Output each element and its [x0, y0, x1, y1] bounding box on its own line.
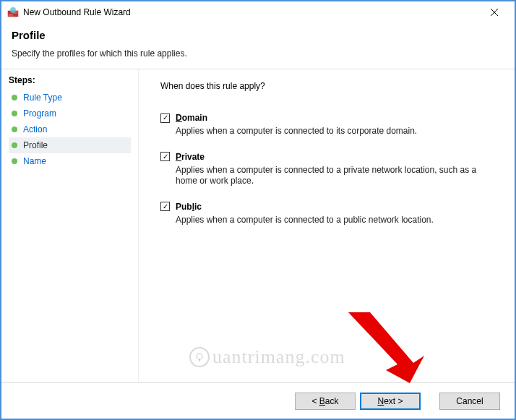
step-bullet-icon [12, 142, 17, 148]
option-private: Private Applies when a computer is conne… [160, 152, 493, 187]
step-label: Rule Type [23, 93, 62, 103]
main-panel: When does this rule apply? Domain Applie… [139, 69, 515, 382]
option-desc: Applies when a computer is connected to … [176, 215, 486, 226]
titlebar: New Outbound Rule Wizard [1, 1, 515, 23]
firewall-icon [7, 7, 19, 18]
step-bullet-icon [12, 158, 17, 164]
wizard-footer: < Back Next > Cancel [1, 382, 515, 419]
wizard-body: Steps: Rule Type Program Action Profile … [1, 69, 515, 382]
page-subtitle: Specify the profiles for which this rule… [12, 48, 504, 59]
svg-rect-2 [13, 14, 18, 17]
checkbox-public[interactable] [160, 202, 170, 211]
step-rule-type[interactable]: Rule Type [9, 90, 131, 106]
steps-heading: Steps: [9, 75, 131, 85]
checkbox-private[interactable] [160, 152, 170, 161]
step-label: Program [23, 108, 56, 119]
prompt-text: When does this rule apply? [160, 81, 493, 91]
step-action[interactable]: Action [9, 121, 131, 137]
option-desc: Applies when a computer is connected to … [176, 126, 486, 137]
checkbox-domain[interactable] [160, 113, 170, 123]
option-label[interactable]: Domain [176, 113, 207, 123]
step-bullet-icon [12, 95, 17, 100]
window-title: New Outbound Rule Wizard [23, 7, 480, 17]
step-program[interactable]: Program [9, 106, 131, 121]
step-name[interactable]: Name [9, 153, 131, 169]
cancel-button[interactable]: Cancel [439, 393, 500, 410]
page-title: Profile [12, 29, 504, 41]
next-button[interactable]: Next > [360, 393, 421, 410]
step-label: Action [23, 124, 47, 134]
option-label[interactable]: Public [176, 202, 202, 212]
close-button[interactable] [480, 4, 509, 21]
step-label: Profile [23, 140, 48, 150]
back-button[interactable]: < Back [295, 393, 356, 410]
option-public: Public Applies when a computer is connec… [160, 202, 493, 226]
step-bullet-icon [12, 127, 17, 132]
option-desc: Applies when a computer is connected to … [176, 165, 486, 187]
steps-sidebar: Steps: Rule Type Program Action Profile … [1, 69, 139, 382]
svg-point-3 [10, 7, 16, 13]
wizard-header: Profile Specify the profiles for which t… [1, 23, 515, 69]
step-label: Name [23, 156, 46, 166]
option-domain: Domain Applies when a computer is connec… [160, 113, 493, 137]
option-label[interactable]: Private [176, 152, 205, 162]
step-bullet-icon [12, 111, 17, 116]
step-profile[interactable]: Profile [9, 137, 131, 153]
